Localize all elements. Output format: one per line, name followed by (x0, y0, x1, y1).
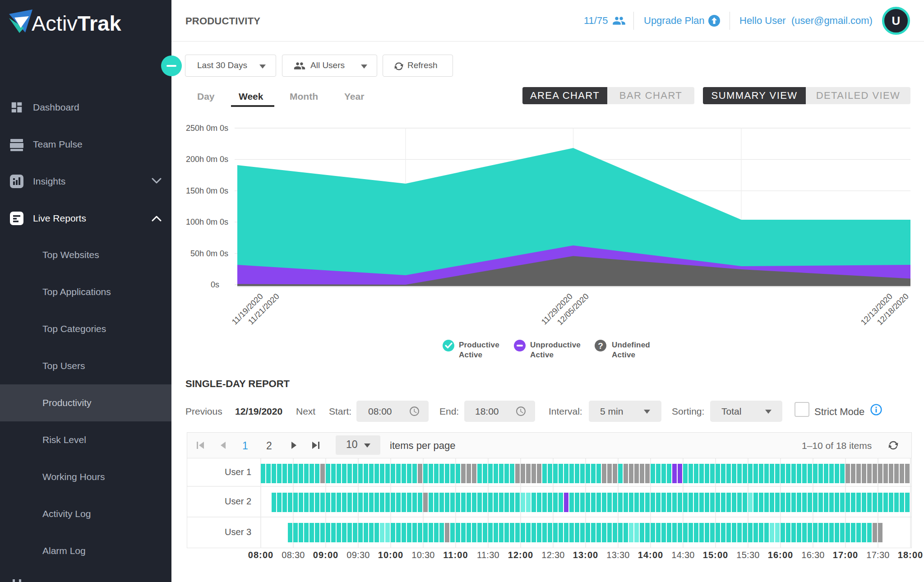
svg-text:100h 0m 0s: 100h 0m 0s (186, 217, 228, 226)
svg-text:250h 0m 0s: 250h 0m 0s (186, 124, 228, 133)
svg-text:?: ? (598, 341, 603, 351)
svg-text:1: 1 (242, 440, 248, 450)
svg-text:50h 0m 0s: 50h 0m 0s (190, 249, 228, 258)
svg-text:150h 0m 0s: 150h 0m 0s (186, 186, 228, 195)
svg-text:200h 0m 0s: 200h 0m 0s (186, 155, 228, 164)
svg-text:0s: 0s (211, 280, 219, 289)
svg-text:2: 2 (266, 440, 272, 450)
